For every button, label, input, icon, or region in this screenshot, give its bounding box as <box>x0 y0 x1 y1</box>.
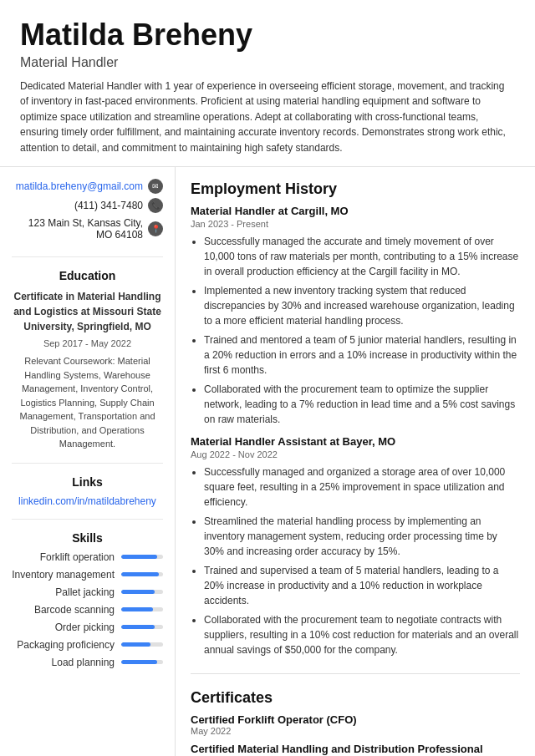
education-dates: Sep 2017 - May 2022 <box>12 337 163 351</box>
email-link[interactable]: matilda.breheny@gmail.com <box>16 180 143 192</box>
summary-text: Dedicated Material Handler with 1 year o… <box>20 79 515 156</box>
coursework-text: Relevant Coursework: Material Handling S… <box>12 354 163 451</box>
degree-text: Certificate in Material Handling and Log… <box>13 291 161 332</box>
skill-label: Barcode scanning <box>12 604 115 616</box>
skill-bar-fill <box>121 590 155 594</box>
skill-label: Packaging proficiency <box>12 639 115 651</box>
skill-label: Pallet jacking <box>12 586 115 598</box>
phone-item: (411) 341-7480 📞 <box>12 198 163 213</box>
job-dates: Jan 2023 - Present <box>191 219 520 229</box>
certificates-section: Certificates Certified Forklift Operator… <box>191 689 520 756</box>
body-row: matilda.breheny@gmail.com ✉ (411) 341-74… <box>0 167 535 756</box>
education-section: Education Certificate in Material Handli… <box>12 269 163 464</box>
email-icon: ✉ <box>148 179 163 194</box>
phone-icon: 📞 <box>148 198 163 213</box>
main-content: Employment History Material Handler at C… <box>176 167 535 756</box>
coursework-items: Material Handling Systems, Warehouse Man… <box>19 356 155 449</box>
skill-bar-fill <box>121 660 157 664</box>
jobs-list: Material Handler at Cargill, MOJan 2023 … <box>191 205 520 657</box>
skill-bar-fill <box>121 607 153 611</box>
location-icon: 📍 <box>148 221 163 236</box>
links-section: Links linkedin.com/in/matildabreheny <box>12 475 163 520</box>
bullet-item: Trained and mentored a team of 5 junior … <box>204 332 520 378</box>
candidate-name: Matilda Breheny <box>20 18 515 52</box>
skill-bar-fill <box>121 555 157 559</box>
skills-section: Skills Forklift operationInventory manag… <box>12 531 163 686</box>
employment-title: Employment History <box>191 180 520 198</box>
job-dates: Aug 2022 - Nov 2022 <box>191 449 520 459</box>
linkedin-link[interactable]: linkedin.com/in/matildabreheny <box>12 495 163 507</box>
certs-list: Certified Forklift Operator (CFO)May 202… <box>191 713 520 756</box>
address-item: 123 Main St, Kansas City, MO 64108 📍 <box>12 217 163 241</box>
skill-bar-container <box>121 572 163 576</box>
email-item: matilda.breheny@gmail.com ✉ <box>12 179 163 194</box>
skill-bar-container <box>121 625 163 629</box>
skill-row: Order picking <box>12 622 163 633</box>
bullet-item: Streamlined the material handling proces… <box>204 514 520 559</box>
job-title: Material Handler Assistant at Bayer, MO <box>191 435 520 448</box>
skill-bar-container <box>121 590 163 594</box>
skill-row: Forklift operation <box>12 551 163 563</box>
bullet-item: Implemented a new inventory tracking sys… <box>204 283 520 328</box>
skill-label: Order picking <box>12 622 115 633</box>
certificates-title: Certificates <box>191 689 520 707</box>
job-entry: Material Handler Assistant at Bayer, MOA… <box>191 435 520 657</box>
cert-name: Certified Forklift Operator (CFO) <box>191 713 520 726</box>
bullet-item: Successfully managed the accurate and ti… <box>204 234 520 279</box>
cert-name: Certified Material Handling and Distribu… <box>191 743 520 756</box>
bullet-item: Trained and supervised a team of 5 mater… <box>204 563 520 608</box>
bullet-item: Collaborated with the procurement team t… <box>204 382 520 427</box>
job-entry: Material Handler at Cargill, MOJan 2023 … <box>191 205 520 427</box>
skill-row: Load planning <box>12 657 163 668</box>
skill-bar-fill <box>121 625 155 629</box>
skill-bar-container <box>121 642 163 647</box>
job-bullets: Successfully managed and organized a sto… <box>191 464 520 657</box>
skill-label: Load planning <box>12 657 115 668</box>
sidebar: matilda.breheny@gmail.com ✉ (411) 341-74… <box>0 167 176 756</box>
skill-row: Pallet jacking <box>12 586 163 598</box>
job-bullets: Successfully managed the accurate and ti… <box>191 234 520 427</box>
skill-bar-fill <box>121 572 159 576</box>
bullet-item: Successfully managed and organized a sto… <box>204 464 520 510</box>
skill-label: Inventory management <box>12 569 115 581</box>
address-text: 123 Main St, Kansas City, MO 64108 <box>12 217 143 241</box>
skill-row: Barcode scanning <box>12 604 163 616</box>
skill-label: Forklift operation <box>12 551 115 563</box>
header: Matilda Breheny Material Handler Dedicat… <box>0 0 535 167</box>
job-title: Material Handler at Cargill, MO <box>191 205 520 217</box>
skill-bar-container <box>121 607 163 611</box>
candidate-title: Material Handler <box>20 55 515 70</box>
phone-text: (411) 341-7480 <box>74 200 143 211</box>
bullet-item: Collaborated with the procurement team t… <box>204 612 520 657</box>
resume-page: Matilda Breheny Material Handler Dedicat… <box>0 0 535 756</box>
skill-bar-fill <box>121 642 150 647</box>
coursework-label: Relevant Coursework: <box>24 356 115 366</box>
contact-section: matilda.breheny@gmail.com ✉ (411) 341-74… <box>12 179 163 257</box>
skill-row: Packaging proficiency <box>12 639 163 651</box>
skill-bar-container <box>121 555 163 559</box>
cert-date: May 2022 <box>191 726 520 736</box>
employment-section: Employment History Material Handler at C… <box>191 180 520 674</box>
skills-title: Skills <box>12 531 163 545</box>
education-entry: Certificate in Material Handling and Log… <box>12 289 163 451</box>
skill-bar-container <box>121 660 163 664</box>
education-title: Education <box>12 269 163 282</box>
skill-row: Inventory management <box>12 569 163 581</box>
links-title: Links <box>12 475 163 489</box>
skills-list: Forklift operationInventory managementPa… <box>12 551 163 668</box>
